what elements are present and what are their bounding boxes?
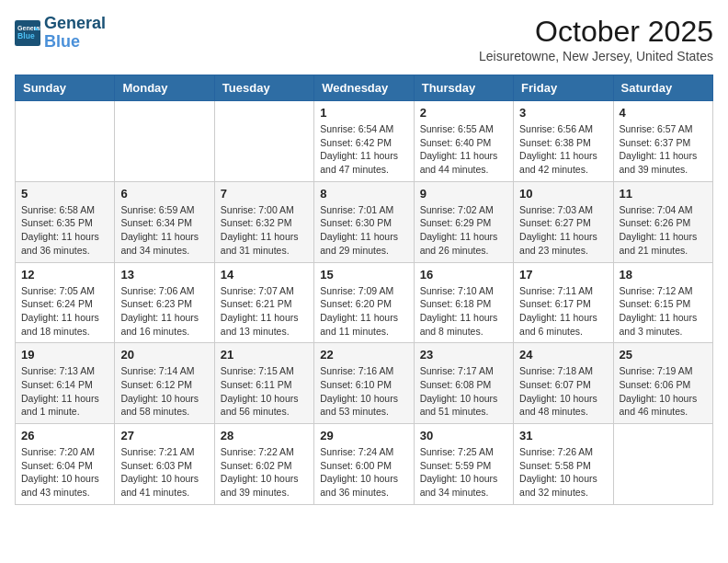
location: Leisuretowne, New Jersey, United States bbox=[479, 49, 713, 63]
day-number-27: 27 bbox=[120, 429, 208, 442]
day-number-16: 16 bbox=[420, 268, 507, 282]
week-row-1: 1Sunrise: 6:54 AMSunset: 6:42 PMDaylight… bbox=[16, 101, 713, 182]
day-cell-20: 20Sunrise: 7:14 AMSunset: 6:12 PMDayligh… bbox=[115, 343, 214, 424]
logo: General Blue GeneralBlue bbox=[15, 15, 106, 52]
day-info-2: Sunrise: 6:55 AMSunset: 6:40 PMDaylight:… bbox=[420, 122, 507, 177]
day-cell-4: 4Sunrise: 6:57 AMSunset: 6:37 PMDaylight… bbox=[613, 101, 712, 182]
day-info-5: Sunrise: 6:58 AMSunset: 6:35 PMDaylight:… bbox=[21, 203, 108, 258]
day-number-28: 28 bbox=[221, 429, 308, 442]
day-number-22: 22 bbox=[320, 348, 407, 362]
day-info-27: Sunrise: 7:21 AMSunset: 6:03 PMDaylight:… bbox=[120, 445, 208, 500]
day-number-30: 30 bbox=[420, 429, 507, 442]
day-cell-5: 5Sunrise: 6:58 AMSunset: 6:35 PMDaylight… bbox=[16, 181, 115, 262]
day-cell-1: 1Sunrise: 6:54 AMSunset: 6:42 PMDaylight… bbox=[314, 101, 414, 182]
day-number-8: 8 bbox=[320, 187, 407, 201]
day-info-19: Sunrise: 7:13 AMSunset: 6:14 PMDaylight:… bbox=[21, 364, 108, 419]
day-cell-6: 6Sunrise: 6:59 AMSunset: 6:34 PMDaylight… bbox=[115, 181, 214, 262]
day-number-3: 3 bbox=[519, 106, 607, 120]
day-cell-29: 29Sunrise: 7:24 AMSunset: 6:00 PMDayligh… bbox=[314, 424, 414, 505]
page-header: General Blue GeneralBlue October 2025 Le… bbox=[15, 15, 713, 63]
day-cell-11: 11Sunrise: 7:04 AMSunset: 6:26 PMDayligh… bbox=[613, 181, 712, 262]
day-cell-12: 12Sunrise: 7:05 AMSunset: 6:24 PMDayligh… bbox=[16, 262, 115, 343]
day-number-9: 9 bbox=[420, 187, 507, 201]
day-cell-27: 27Sunrise: 7:21 AMSunset: 6:03 PMDayligh… bbox=[115, 424, 214, 505]
logo-text: GeneralBlue bbox=[44, 15, 106, 52]
weekday-header-wednesday: Wednesday bbox=[314, 75, 414, 101]
day-info-15: Sunrise: 7:09 AMSunset: 6:20 PMDaylight:… bbox=[320, 284, 407, 339]
day-cell-25: 25Sunrise: 7:19 AMSunset: 6:06 PMDayligh… bbox=[613, 343, 712, 424]
day-cell-7: 7Sunrise: 7:00 AMSunset: 6:32 PMDaylight… bbox=[214, 181, 313, 262]
day-number-6: 6 bbox=[120, 187, 208, 201]
day-number-20: 20 bbox=[120, 348, 208, 362]
day-cell-10: 10Sunrise: 7:03 AMSunset: 6:27 PMDayligh… bbox=[514, 181, 613, 262]
day-cell-13: 13Sunrise: 7:06 AMSunset: 6:23 PMDayligh… bbox=[115, 262, 214, 343]
calendar-table: SundayMondayTuesdayWednesdayThursdayFrid… bbox=[15, 75, 713, 505]
day-info-1: Sunrise: 6:54 AMSunset: 6:42 PMDaylight:… bbox=[320, 122, 407, 177]
day-cell-24: 24Sunrise: 7:18 AMSunset: 6:07 PMDayligh… bbox=[514, 343, 613, 424]
day-info-11: Sunrise: 7:04 AMSunset: 6:26 PMDaylight:… bbox=[620, 203, 707, 258]
day-info-23: Sunrise: 7:17 AMSunset: 6:08 PMDaylight:… bbox=[420, 364, 507, 419]
weekday-header-tuesday: Tuesday bbox=[214, 75, 313, 101]
day-cell-16: 16Sunrise: 7:10 AMSunset: 6:18 PMDayligh… bbox=[414, 262, 513, 343]
day-info-10: Sunrise: 7:03 AMSunset: 6:27 PMDaylight:… bbox=[519, 203, 607, 258]
empty-cell bbox=[613, 424, 712, 505]
day-number-13: 13 bbox=[120, 268, 208, 282]
day-number-1: 1 bbox=[320, 106, 407, 120]
day-number-24: 24 bbox=[519, 348, 607, 362]
day-number-5: 5 bbox=[21, 187, 108, 201]
day-info-26: Sunrise: 7:20 AMSunset: 6:04 PMDaylight:… bbox=[21, 445, 108, 500]
title-block: October 2025 Leisuretowne, New Jersey, U… bbox=[479, 15, 713, 63]
day-info-4: Sunrise: 6:57 AMSunset: 6:37 PMDaylight:… bbox=[620, 122, 707, 177]
day-number-31: 31 bbox=[519, 429, 607, 442]
weekday-header-monday: Monday bbox=[115, 75, 214, 101]
day-info-29: Sunrise: 7:24 AMSunset: 6:00 PMDaylight:… bbox=[320, 445, 407, 500]
day-info-9: Sunrise: 7:02 AMSunset: 6:29 PMDaylight:… bbox=[420, 203, 507, 258]
day-number-21: 21 bbox=[221, 348, 308, 362]
day-info-25: Sunrise: 7:19 AMSunset: 6:06 PMDaylight:… bbox=[620, 364, 707, 419]
day-info-18: Sunrise: 7:12 AMSunset: 6:15 PMDaylight:… bbox=[620, 284, 707, 339]
day-cell-19: 19Sunrise: 7:13 AMSunset: 6:14 PMDayligh… bbox=[16, 343, 115, 424]
day-cell-21: 21Sunrise: 7:15 AMSunset: 6:11 PMDayligh… bbox=[214, 343, 313, 424]
day-cell-26: 26Sunrise: 7:20 AMSunset: 6:04 PMDayligh… bbox=[16, 424, 115, 505]
day-info-7: Sunrise: 7:00 AMSunset: 6:32 PMDaylight:… bbox=[221, 203, 308, 258]
day-info-24: Sunrise: 7:18 AMSunset: 6:07 PMDaylight:… bbox=[519, 364, 607, 419]
day-number-7: 7 bbox=[221, 187, 308, 201]
weekday-header-thursday: Thursday bbox=[414, 75, 513, 101]
day-cell-31: 31Sunrise: 7:26 AMSunset: 5:58 PMDayligh… bbox=[514, 424, 613, 505]
day-info-3: Sunrise: 6:56 AMSunset: 6:38 PMDaylight:… bbox=[519, 122, 607, 177]
day-cell-3: 3Sunrise: 6:56 AMSunset: 6:38 PMDaylight… bbox=[514, 101, 613, 182]
day-info-20: Sunrise: 7:14 AMSunset: 6:12 PMDaylight:… bbox=[120, 364, 208, 419]
day-info-16: Sunrise: 7:10 AMSunset: 6:18 PMDaylight:… bbox=[420, 284, 507, 339]
day-number-15: 15 bbox=[320, 268, 407, 282]
day-cell-17: 17Sunrise: 7:11 AMSunset: 6:17 PMDayligh… bbox=[514, 262, 613, 343]
day-number-4: 4 bbox=[620, 106, 707, 120]
weekday-header-row: SundayMondayTuesdayWednesdayThursdayFrid… bbox=[16, 75, 713, 101]
day-number-25: 25 bbox=[620, 348, 707, 362]
day-cell-15: 15Sunrise: 7:09 AMSunset: 6:20 PMDayligh… bbox=[314, 262, 414, 343]
day-cell-9: 9Sunrise: 7:02 AMSunset: 6:29 PMDaylight… bbox=[414, 181, 513, 262]
weekday-header-sunday: Sunday bbox=[16, 75, 115, 101]
day-info-6: Sunrise: 6:59 AMSunset: 6:34 PMDaylight:… bbox=[120, 203, 208, 258]
day-info-30: Sunrise: 7:25 AMSunset: 5:59 PMDaylight:… bbox=[420, 445, 507, 500]
day-info-8: Sunrise: 7:01 AMSunset: 6:30 PMDaylight:… bbox=[320, 203, 407, 258]
day-number-29: 29 bbox=[320, 429, 407, 442]
weekday-header-saturday: Saturday bbox=[613, 75, 712, 101]
day-number-26: 26 bbox=[21, 429, 108, 442]
day-info-28: Sunrise: 7:22 AMSunset: 6:02 PMDaylight:… bbox=[221, 445, 308, 500]
day-info-14: Sunrise: 7:07 AMSunset: 6:21 PMDaylight:… bbox=[221, 284, 308, 339]
day-number-17: 17 bbox=[519, 268, 607, 282]
day-number-2: 2 bbox=[420, 106, 507, 120]
day-cell-23: 23Sunrise: 7:17 AMSunset: 6:08 PMDayligh… bbox=[414, 343, 513, 424]
day-info-17: Sunrise: 7:11 AMSunset: 6:17 PMDaylight:… bbox=[519, 284, 607, 339]
week-row-2: 5Sunrise: 6:58 AMSunset: 6:35 PMDaylight… bbox=[16, 181, 713, 262]
day-number-23: 23 bbox=[420, 348, 507, 362]
day-number-19: 19 bbox=[21, 348, 108, 362]
day-number-12: 12 bbox=[21, 268, 108, 282]
day-cell-22: 22Sunrise: 7:16 AMSunset: 6:10 PMDayligh… bbox=[314, 343, 414, 424]
empty-cell bbox=[16, 101, 115, 182]
svg-text:Blue: Blue bbox=[17, 31, 35, 40]
day-number-14: 14 bbox=[221, 268, 308, 282]
day-cell-2: 2Sunrise: 6:55 AMSunset: 6:40 PMDaylight… bbox=[414, 101, 513, 182]
week-row-4: 19Sunrise: 7:13 AMSunset: 6:14 PMDayligh… bbox=[16, 343, 713, 424]
day-cell-18: 18Sunrise: 7:12 AMSunset: 6:15 PMDayligh… bbox=[613, 262, 712, 343]
